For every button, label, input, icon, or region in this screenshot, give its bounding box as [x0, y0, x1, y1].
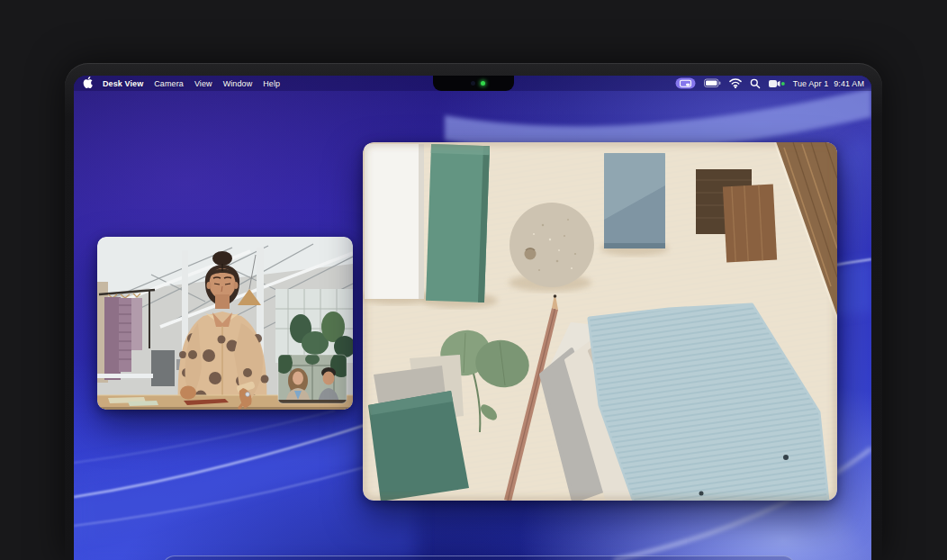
desk-view-window[interactable] — [363, 142, 837, 501]
blue-tile-sample — [604, 153, 665, 248]
menu-bar-status: Tue Apr 1 9:41 AM — [675, 77, 864, 89]
facetime-window[interactable] — [97, 237, 353, 410]
camera-in-use-icon[interactable] — [769, 78, 785, 89]
macbook-display: Desk View Camera View Window Help — [74, 76, 871, 560]
menu-app-name[interactable]: Desk View — [103, 79, 143, 88]
felt-disc-sample — [510, 203, 594, 287]
menu-camera[interactable]: Camera — [154, 79, 184, 88]
camera-active-led — [481, 81, 485, 86]
teal-tile-sample — [368, 391, 469, 501]
wifi-icon[interactable] — [729, 78, 742, 88]
facetime-camera-lens — [471, 81, 475, 86]
bottom-window-edge[interactable] — [162, 555, 796, 560]
desktop-background: Desk View Camera View Window Help — [0, 0, 947, 560]
menu-window[interactable]: Window — [223, 79, 253, 88]
display-notch — [433, 76, 514, 91]
apple-logo-icon — [83, 77, 93, 88]
desk-view-screen-indicator-icon[interactable] — [675, 77, 696, 89]
facetime-video-scene — [97, 237, 353, 410]
apple-menu[interactable] — [83, 77, 93, 90]
menu-view[interactable]: View — [194, 79, 212, 88]
pip-participants[interactable] — [275, 352, 352, 403]
macbook-body: Desk View Camera View Window Help — [65, 63, 882, 560]
spotlight-search-icon[interactable] — [750, 78, 761, 89]
menu-bar-clock[interactable]: Tue Apr 1 9:41 AM — [793, 79, 864, 88]
battery-icon[interactable] — [704, 78, 721, 88]
menu-help[interactable]: Help — [263, 79, 280, 88]
clock-time: 9:41 AM — [834, 79, 864, 88]
white-tile-sample — [365, 144, 424, 299]
green-tile-sample — [426, 144, 490, 303]
desk-view-scene — [363, 142, 837, 501]
clock-date: Tue Apr 1 — [793, 79, 829, 88]
brown-wood-sample — [723, 185, 777, 263]
